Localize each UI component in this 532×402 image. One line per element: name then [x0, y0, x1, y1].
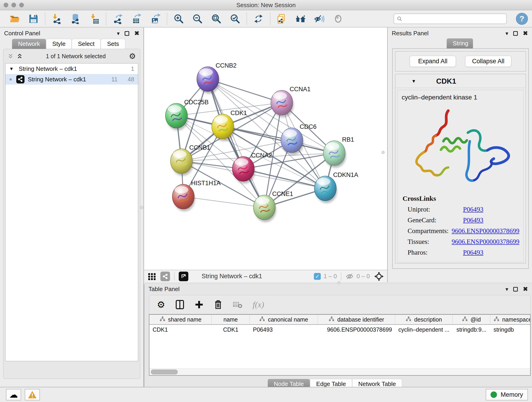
left-splitter-handle[interactable]: [140, 206, 143, 209]
expand-all-button[interactable]: Expand All: [410, 56, 456, 67]
add-column-icon[interactable]: [195, 300, 204, 309]
refresh-icon[interactable]: [253, 13, 264, 24]
warnings-button[interactable]: [25, 389, 40, 400]
home-icon[interactable]: [295, 13, 306, 24]
table-cell[interactable]: stringdb: [490, 325, 531, 334]
node-HIST1H1A[interactable]: HIST1H1A: [172, 180, 221, 211]
gene-expander-icon[interactable]: ▼: [412, 79, 416, 84]
close-panel-icon[interactable]: ✖: [134, 30, 139, 37]
tab-style[interactable]: Style: [46, 39, 72, 49]
network-options-gear-icon[interactable]: ⚙: [129, 52, 136, 60]
table-cell[interactable]: cyclin–dependent ...: [395, 325, 452, 334]
panel-menu-icon[interactable]: ▾: [505, 287, 508, 292]
open-session-icon[interactable]: [9, 13, 20, 24]
crosslink-link[interactable]: P06493: [463, 249, 483, 256]
show-columns-icon[interactable]: [175, 300, 184, 310]
zoom-out-icon[interactable]: [192, 13, 203, 24]
memory-button[interactable]: Memory: [486, 389, 528, 400]
search-input[interactable]: [405, 15, 504, 22]
import-table-file-icon[interactable]: [89, 13, 100, 24]
network-share-icon[interactable]: [160, 272, 170, 281]
column-header-name[interactable]: name: [212, 315, 250, 324]
panel-menu-icon[interactable]: ▾: [505, 31, 508, 36]
duplicate-network-icon[interactable]: [276, 13, 287, 24]
table-options-gear-icon[interactable]: ⚙: [157, 300, 165, 309]
crosslink-row: GeneCard: P06493: [408, 216, 519, 224]
hide-graphics-details-icon[interactable]: [314, 13, 325, 24]
results-panel-title: Results Panel: [392, 30, 428, 37]
column-header-namespace[interactable]: namespace: [490, 315, 531, 324]
bottom-splitter-handle[interactable]: [337, 281, 341, 284]
delete-table-icon[interactable]: [233, 300, 243, 309]
crosslink-link[interactable]: P06493: [463, 216, 483, 224]
column-header-description[interactable]: description: [395, 315, 452, 324]
column-header-canonical-name[interactable]: canonical name: [250, 315, 318, 324]
table-row[interactable]: CDK1CDK1P064939606.ENSP00000378699cyclin…: [149, 325, 530, 334]
float-panel-icon[interactable]: [513, 287, 518, 292]
table-cell[interactable]: stringdb:9...: [452, 325, 490, 334]
tab-network[interactable]: Network: [12, 39, 46, 49]
selected-checkbox-icon[interactable]: ✓: [314, 273, 321, 280]
edge-CCNB2-CCNE1[interactable]: [208, 79, 264, 207]
node-CCNA1[interactable]: CCNA1: [271, 86, 311, 117]
table-cell[interactable]: P06493: [250, 325, 318, 334]
node-RB1[interactable]: RB1: [323, 136, 354, 168]
table-cell[interactable]: 9606.ENSP00000378699: [318, 325, 395, 334]
node-CDKN1A[interactable]: CDKN1A: [314, 172, 358, 203]
node-CDK1[interactable]: CDK1: [212, 109, 247, 141]
delete-column-icon[interactable]: [214, 300, 222, 310]
zoom-in-icon[interactable]: [173, 13, 184, 24]
gene-symbol: CDK1: [436, 77, 456, 85]
export-network-icon[interactable]: [112, 13, 123, 24]
network-canvas[interactable]: CCNB2CCNA1CDC25BCDK1CDC6RB1CCNB1CCNA2CDK…: [144, 27, 387, 270]
function-builder-icon[interactable]: f(x): [253, 300, 264, 309]
scrollbar-thumb[interactable]: [151, 370, 178, 375]
crosslink-link[interactable]: 9606.ENSP00000378699: [452, 238, 519, 245]
close-panel-icon[interactable]: ✖: [523, 286, 528, 293]
column-header-shared-name[interactable]: shared name: [149, 315, 212, 324]
node-CDC6[interactable]: CDC6: [281, 123, 317, 155]
collapse-all-icon[interactable]: [7, 53, 13, 59]
save-session-icon[interactable]: [28, 13, 39, 24]
grid-view-icon[interactable]: [147, 272, 156, 281]
export-table-icon[interactable]: [131, 13, 142, 24]
network-row[interactable]: ● String Network – cdk1 11 48: [6, 74, 138, 85]
collapse-all-button[interactable]: Collapse All: [465, 56, 511, 67]
node-CCNB2[interactable]: CCNB2: [197, 62, 237, 94]
edge-CCNA2-CDKN1A[interactable]: [243, 169, 325, 188]
search-box[interactable]: [394, 13, 507, 24]
collection-expander-icon[interactable]: ▼: [9, 66, 14, 71]
zoom-selected-icon[interactable]: [230, 13, 241, 24]
import-network-file-icon[interactable]: [51, 13, 62, 24]
right-splitter-handle[interactable]: [381, 151, 385, 154]
float-panel-icon[interactable]: [125, 31, 129, 36]
column-header-database-identifier[interactable]: database identifier: [318, 315, 395, 324]
crosslink-label: Pharos:: [408, 249, 463, 256]
crosslink-link[interactable]: 9606.ENSP00000378699: [452, 227, 519, 235]
table-cell[interactable]: CDK1: [149, 325, 212, 334]
expand-all-icon[interactable]: [17, 53, 23, 59]
show-graphics-details-icon[interactable]: [333, 13, 344, 24]
network-collection-row[interactable]: ▼ String Network – cdk1 1: [6, 64, 138, 74]
panel-menu-icon[interactable]: ▾: [117, 31, 120, 36]
float-panel-icon[interactable]: [513, 31, 518, 36]
export-image-icon[interactable]: [150, 13, 161, 24]
table-cell[interactable]: CDK1: [212, 325, 250, 334]
horizontal-scrollbar[interactable]: [149, 368, 530, 375]
tab-select[interactable]: Select: [72, 39, 101, 49]
node-CDC25B[interactable]: CDC25B: [165, 99, 209, 130]
fit-selected-crosshair-icon[interactable]: [374, 271, 384, 281]
control-panel-tabs: Network Style Select Sets: [12, 39, 143, 49]
help-button[interactable]: ?: [516, 13, 528, 25]
tab-sets[interactable]: Sets: [101, 39, 125, 49]
close-panel-icon[interactable]: ✖: [523, 30, 528, 37]
import-network-database-icon[interactable]: [70, 13, 81, 24]
zoom-fit-icon[interactable]: [211, 13, 222, 24]
column-header-@id[interactable]: @id: [452, 315, 490, 324]
cloud-button[interactable]: ☁: [6, 389, 21, 400]
crosslink-link[interactable]: P06493: [463, 206, 483, 213]
edge-HIST1H1A-CCNE1[interactable]: [183, 197, 264, 207]
node-label-CDC6: CDC6: [300, 123, 317, 130]
tab-string[interactable]: String: [447, 38, 473, 48]
open-in-new-window-icon[interactable]: [179, 272, 188, 281]
